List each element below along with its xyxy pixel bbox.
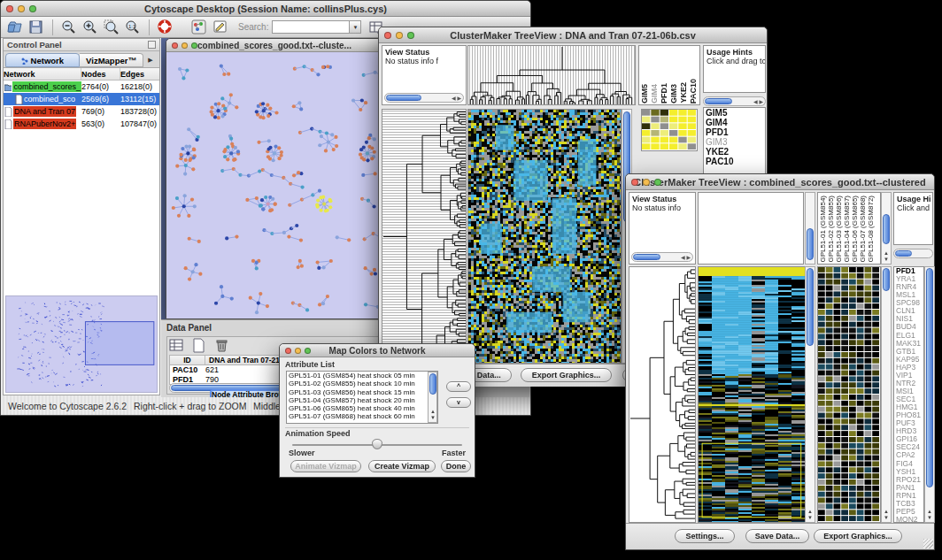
network-view-canvas[interactable]: [166, 52, 382, 318]
tv2-status-h-scrollbar[interactable]: ◀ ▶: [631, 252, 693, 262]
gene-label[interactable]: GIM4: [704, 118, 765, 127]
tv2-zoom-heatmap[interactable]: [817, 266, 881, 523]
network-window1-title-bar[interactable]: combined_scores_good.txt--cluste...: [166, 39, 382, 52]
close-button[interactable]: [6, 5, 13, 12]
search-input[interactable]: [272, 20, 350, 34]
tv2-column-tree-area[interactable]: [698, 192, 804, 265]
search-dropdown-arrow[interactable]: ▼: [350, 20, 361, 34]
zoom-button[interactable]: [29, 5, 36, 12]
zoom-button[interactable]: [654, 179, 661, 186]
main-title-bar[interactable]: Cytoscape Desktop (Session Name: collins…: [1, 1, 530, 17]
attribute-item[interactable]: GPL51-02 (GSM855) heat shock 10 min: [287, 380, 437, 387]
tv1-heatmap[interactable]: [467, 109, 622, 364]
attribute-item[interactable]: GPL51-01 (GSM854) heat shock 05 min: [287, 372, 437, 380]
close-button[interactable]: [384, 32, 391, 39]
treeview2-title-bar[interactable]: ClusterMaker TreeView : combined_scores_…: [626, 174, 934, 190]
minimize-button[interactable]: [181, 42, 188, 49]
dialog-title-bar[interactable]: Map Colors to Network: [280, 344, 475, 357]
tv2-export-graphics-button[interactable]: Export Graphics...: [814, 529, 902, 543]
attribute-item[interactable]: GPL51-03 (GSM856) heat shock 15 min: [287, 388, 437, 396]
tv1-status-h-scrollbar[interactable]: ◀ ▶: [384, 93, 464, 103]
tv1-column-dendrogram-canvas[interactable]: [468, 46, 635, 104]
animate-vizmap-button[interactable]: Animate Vizmap: [290, 460, 361, 472]
tv1-correlation-matrix[interactable]: [641, 109, 698, 151]
gene-label[interactable]: PAC10: [704, 157, 765, 166]
minimize-button[interactable]: [18, 5, 25, 12]
close-button[interactable]: [172, 42, 178, 49]
tv1-hints-h-scrollbar[interactable]: ◀ ▶: [703, 96, 766, 106]
tv2-save-data-button[interactable]: Save Data...: [745, 529, 809, 543]
gene-label[interactable]: GIM3: [704, 137, 765, 147]
attribute-item[interactable]: GPL51-06 (GSM865) heat shock 40 min: [287, 404, 437, 412]
tv1-row-dendrogram[interactable]: [382, 109, 467, 364]
tab-overflow-arrow[interactable]: ▶: [143, 53, 158, 67]
tab-vizmapper[interactable]: VizMapper™: [80, 53, 143, 67]
tv2-heatmap-canvas[interactable]: [699, 267, 805, 522]
treeview1-title-bar[interactable]: ClusterMaker TreeView : DNA and Tran 07-…: [379, 27, 767, 43]
column-id[interactable]: ID: [170, 356, 205, 364]
attribute-item[interactable]: GPL51-04 (GSM857) heat shock 20 min: [287, 396, 437, 404]
zoom-button[interactable]: [407, 32, 414, 39]
tv2-zoom-heatmap-canvas[interactable]: [818, 267, 880, 522]
network-row-selected[interactable]: combined_sco 2569(6) 13112(15): [4, 93, 159, 105]
resize-grip[interactable]: [923, 539, 933, 548]
header-edges[interactable]: Edges: [120, 68, 159, 80]
tv1-column-dendrogram[interactable]: [467, 45, 636, 105]
close-button[interactable]: [631, 179, 638, 186]
tab-network[interactable]: Network: [5, 53, 80, 67]
attribute-list-scrollbar[interactable]: ▲▼: [428, 372, 437, 423]
open-file-icon[interactable]: [6, 19, 24, 36]
zoom-button[interactable]: [191, 42, 197, 49]
tv2-v-scrollbar[interactable]: ▲▼: [805, 266, 815, 523]
birds-eye-canvas[interactable]: [6, 296, 158, 390]
column-label: GPL51-02 (GSM855): [827, 196, 835, 263]
network-row-rnapuber[interactable]: RNAPuberNov2+ 563(0) 107847(0): [4, 118, 159, 130]
tv2-heatmap[interactable]: [698, 266, 806, 523]
speed-slider-thumb[interactable]: [372, 439, 382, 449]
tv1-matrix-canvas[interactable]: [642, 110, 697, 150]
attribute-item[interactable]: GPL51-07 (GSM868) heat shock 60 min: [287, 421, 437, 424]
tv2-settings-button[interactable]: Settings...: [675, 529, 735, 543]
move-down-button[interactable]: v: [446, 397, 471, 408]
gene-label[interactable]: YKE2: [704, 147, 765, 157]
create-vizmap-button[interactable]: Create Vizmap: [368, 460, 436, 472]
tv2-row-dendrogram-canvas[interactable]: [629, 267, 695, 522]
zoom-button[interactable]: [305, 348, 311, 354]
gene-label[interactable]: PFD1: [704, 127, 765, 137]
zoom-out-icon[interactable]: [60, 19, 78, 36]
gene-label[interactable]: MON2: [894, 516, 923, 523]
tv2-zoom-v-scrollbar[interactable]: ▲▼: [881, 266, 892, 523]
tv2-row-dendrogram[interactable]: [629, 266, 696, 523]
network-row-dna-tran[interactable]: DNA and Tran 07 769(0) 183728(0): [4, 105, 159, 118]
tv2-genes-v-scrollbar[interactable]: ▲▼: [924, 266, 935, 523]
close-button[interactable]: [285, 348, 291, 354]
minimize-button[interactable]: [643, 179, 650, 186]
minimize-button[interactable]: [295, 348, 301, 354]
tv1-row-dendrogram-canvas[interactable]: [382, 110, 466, 363]
gene-label[interactable]: GIM5: [704, 108, 765, 118]
tv1-heatmap-canvas[interactable]: [468, 110, 621, 363]
zoom-fit-icon[interactable]: 1:1: [124, 19, 142, 36]
tv2-top-v-scrollbar[interactable]: [805, 192, 815, 265]
new-attribute-icon[interactable]: [191, 338, 206, 353]
zoom-selected-icon[interactable]: [103, 19, 120, 36]
tv1-export-graphics-button[interactable]: Export Graphics...: [521, 368, 612, 382]
network-row-combined-scores[interactable]: combined_scores_ 2764(0) 16218(0): [4, 81, 159, 93]
help-icon[interactable]: [157, 19, 174, 36]
vizmapper-shortcut-icon[interactable]: [190, 19, 208, 36]
table-options-icon[interactable]: [169, 338, 184, 353]
float-panel-icon[interactable]: [148, 41, 156, 49]
tv2-labels-v-scrollbar[interactable]: ▲▼: [881, 192, 892, 265]
annotation-icon[interactable]: [212, 19, 229, 36]
delete-attribute-icon[interactable]: [214, 338, 229, 353]
tv2-hints-h-scrollbar[interactable]: [893, 249, 933, 258]
zoom-in-icon[interactable]: [81, 19, 99, 36]
minimize-button[interactable]: [396, 32, 403, 39]
header-nodes[interactable]: Nodes: [81, 68, 120, 80]
header-network[interactable]: Network: [4, 68, 81, 80]
move-up-button[interactable]: ^: [446, 381, 471, 392]
done-button[interactable]: Done: [441, 460, 471, 472]
save-icon[interactable]: [27, 19, 45, 36]
attribute-item[interactable]: GPL51-07 (GSM868) heat shock 60 min: [287, 412, 437, 420]
birds-eye-view[interactable]: [5, 295, 158, 393]
